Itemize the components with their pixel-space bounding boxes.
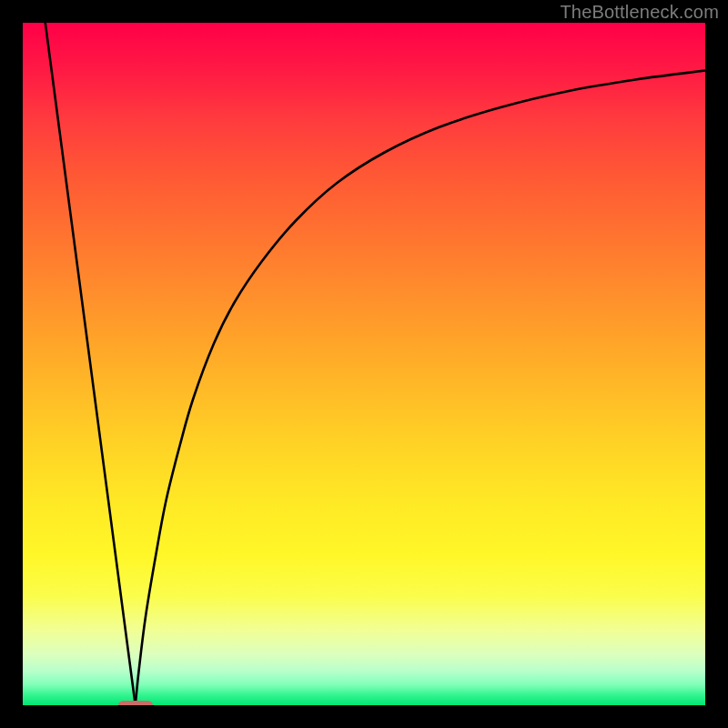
plot-area <box>23 23 705 705</box>
chart-frame: TheBottleneck.com <box>0 0 728 728</box>
bottleneck-marker <box>118 701 153 706</box>
right-curve-path <box>136 71 705 706</box>
curve-layer <box>23 23 705 705</box>
left-line-path <box>46 23 136 705</box>
watermark-text: TheBottleneck.com <box>560 2 719 23</box>
